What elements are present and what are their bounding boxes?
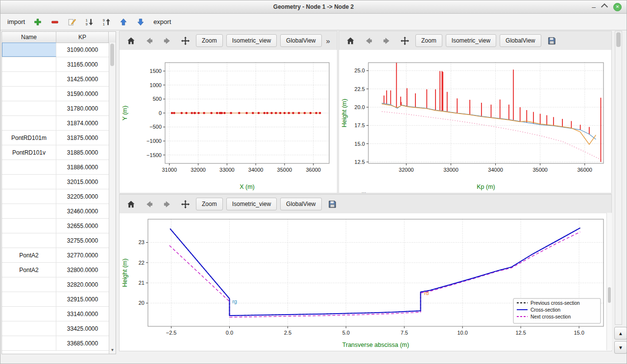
cell-kp[interactable]: 33425.0000 [56, 321, 109, 336]
cell-kp[interactable]: 31874.0000 [56, 116, 109, 130]
cell-kp[interactable]: 33685.0000 [56, 336, 109, 350]
cell-name[interactable] [2, 307, 56, 321]
close-button[interactable]: ✕ [613, 3, 622, 11]
save-figure-button[interactable] [325, 197, 340, 211]
cell-name[interactable] [2, 189, 56, 204]
cell-name[interactable] [2, 219, 56, 233]
cell-kp[interactable]: 32800.0000 [56, 263, 109, 277]
forward-button[interactable] [160, 33, 174, 48]
cell-name[interactable] [2, 321, 56, 336]
title-bar[interactable]: Geometry - Node 1 -> Node 2 – ✕ [0, 0, 627, 14]
toolbar-overflow-chevron[interactable]: » [326, 37, 330, 45]
main-scrollbar[interactable] [615, 31, 622, 325]
table-scrollbar-thumb[interactable] [110, 44, 114, 66]
minimize-button[interactable]: – [592, 4, 596, 9]
cell-kp[interactable]: 32915.0000 [56, 292, 109, 306]
table-row[interactable]: PontRD101v31885.0000 [2, 145, 109, 160]
back-button[interactable] [142, 33, 156, 48]
table-row[interactable]: 31090.0000 [2, 43, 109, 57]
cell-name[interactable] [2, 336, 56, 350]
scroll-up-button[interactable]: ▲ [614, 327, 627, 340]
cell-name[interactable] [2, 101, 56, 115]
longitudinal-profile-canvas[interactable]: 320003300034000350003600012.515.017.520.… [339, 50, 611, 193]
cross-section-scrollbar-thumb[interactable] [608, 287, 611, 303]
move-up-button[interactable] [117, 16, 130, 28]
zoom-button[interactable]: Zoom [196, 34, 223, 47]
cell-kp[interactable]: 32655.0000 [56, 219, 109, 233]
column-header-kp[interactable]: KP [56, 32, 109, 43]
cell-name[interactable] [2, 160, 56, 174]
move-down-button[interactable] [134, 16, 147, 28]
cell-name[interactable] [2, 277, 56, 292]
cell-name[interactable] [2, 292, 56, 306]
export-button[interactable]: export [153, 18, 171, 25]
forward-button[interactable] [160, 197, 174, 211]
isometric-view-button[interactable]: Isometric_view [446, 34, 496, 47]
cell-kp[interactable]: 31780.0000 [56, 101, 109, 115]
forward-button[interactable] [379, 33, 394, 48]
cross-section-scrollbar[interactable] [606, 213, 612, 350]
edit-section-button[interactable] [66, 16, 78, 28]
cell-name[interactable] [2, 43, 56, 57]
add-section-button[interactable] [31, 16, 44, 28]
cell-kp[interactable]: 33140.0000 [56, 307, 109, 321]
cell-kp[interactable]: 31885.0000 [56, 145, 109, 159]
maximize-button[interactable] [602, 2, 607, 11]
sort-ascending-button[interactable] [100, 16, 113, 28]
table-row[interactable]: 32015.0000 [2, 175, 109, 189]
cell-kp[interactable]: 32015.0000 [56, 175, 109, 189]
globalview-button[interactable]: GlobalView [500, 34, 541, 47]
isometric-view-button[interactable]: Isometric_view [226, 198, 277, 210]
remove-section-button[interactable] [48, 16, 61, 28]
pan-button[interactable] [397, 33, 412, 48]
cell-kp[interactable]: 32755.0000 [56, 233, 109, 248]
table-scroll-down-button[interactable]: ▼ [109, 346, 116, 353]
isometric-view-button[interactable]: Isometric_view [226, 34, 277, 47]
cell-kp[interactable]: 32820.0000 [56, 277, 109, 292]
zoom-button[interactable]: Zoom [196, 198, 223, 210]
cell-name[interactable] [2, 116, 56, 130]
save-figure-button[interactable] [545, 33, 559, 48]
globalview-button[interactable]: GlobalView [280, 34, 321, 47]
table-row[interactable]: 31590.0000 [2, 87, 109, 101]
cell-kp[interactable]: 31590.0000 [56, 87, 109, 101]
pan-button[interactable] [178, 197, 193, 211]
table-scrollbar[interactable]: ▼ [109, 43, 116, 354]
table-row[interactable]: 33140.0000 [2, 307, 109, 321]
import-button[interactable]: import [7, 18, 25, 25]
pan-button[interactable] [178, 33, 193, 48]
table-row[interactable]: 32915.0000 [2, 292, 109, 307]
cell-kp[interactable]: 31165.0000 [56, 57, 109, 71]
cell-name[interactable]: PontA2 [2, 248, 56, 262]
home-button[interactable] [123, 33, 138, 48]
cell-kp[interactable]: 31090.0000 [56, 43, 109, 57]
table-row[interactable]: 31886.0000 [2, 160, 109, 175]
table-row[interactable]: 32655.0000 [2, 219, 109, 233]
main-scrollbar-thumb[interactable] [616, 32, 621, 47]
table-row[interactable]: 33685.0000 [2, 336, 109, 351]
cell-kp[interactable]: 31886.0000 [56, 160, 109, 174]
cell-kp[interactable]: 32770.0000 [56, 248, 109, 262]
table-row[interactable]: 32460.0000 [2, 204, 109, 219]
scroll-down-button[interactable]: ▼ [614, 341, 627, 354]
cell-kp[interactable]: 31875.0000 [56, 131, 109, 145]
column-header-name[interactable]: Name [2, 32, 56, 43]
cell-name[interactable] [2, 175, 56, 189]
plan-view-canvas[interactable]: 310003200033000340003500036000−1500−1000… [120, 50, 337, 193]
table-row[interactable]: 32755.0000 [2, 233, 109, 248]
cell-name[interactable] [2, 72, 56, 86]
sort-descending-button[interactable] [83, 16, 96, 28]
globalview-button[interactable]: GlobalView [280, 198, 321, 210]
table-row[interactable]: 31780.0000 [2, 101, 109, 116]
table-row[interactable]: PontA232800.0000 [2, 263, 109, 277]
table-row[interactable]: PontA232770.0000 [2, 248, 109, 263]
cell-name[interactable]: PontRD101m [2, 131, 56, 145]
table-row[interactable]: PontRD101m31875.0000 [2, 131, 109, 145]
cell-name[interactable]: PontRD101v [2, 145, 56, 159]
cell-name[interactable]: PontA2 [2, 263, 56, 277]
table-row[interactable]: 31425.0000 [2, 72, 109, 87]
home-button[interactable] [343, 33, 358, 48]
back-button[interactable] [142, 197, 156, 211]
home-button[interactable] [123, 197, 138, 211]
cell-kp[interactable]: 32460.0000 [56, 204, 109, 218]
